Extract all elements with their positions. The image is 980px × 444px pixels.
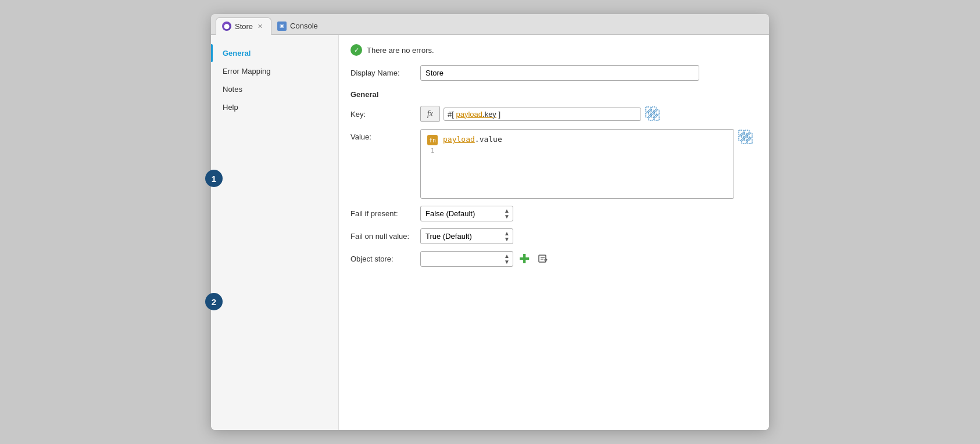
svg-rect-1 [652, 107, 656, 112]
object-store-row: Object store: ▲ ▼ ✚ [350, 251, 757, 267]
display-name-input[interactable] [420, 65, 699, 81]
svg-rect-4 [649, 110, 653, 114]
key-bracket-open: #[ [448, 110, 456, 119]
value-label: Value: [350, 129, 414, 141]
display-name-section: Display Name: [350, 65, 757, 81]
fail-if-present-row: Fail if present: False (Default) ▲ ▼ [350, 206, 757, 221]
status-bar: ✓ There are no errors. [350, 44, 757, 56]
tab-console[interactable]: ▣ Console [271, 17, 326, 34]
fail-on-null-select[interactable]: True (Default) [420, 228, 513, 244]
sidebar-item-general[interactable]: General [211, 44, 338, 62]
sidebar-help-label: Help [223, 103, 238, 112]
svg-rect-2 [646, 113, 650, 117]
section-general-title: General [350, 90, 757, 99]
display-name-label: Display Name: [350, 69, 414, 77]
value-map-icon[interactable] [738, 129, 754, 145]
object-store-select[interactable] [420, 251, 513, 267]
sidebar: General Error Mapping Notes Help [211, 35, 339, 430]
edit-object-store-button[interactable] [535, 252, 550, 267]
key-map-icon[interactable] [645, 106, 661, 122]
value-value-text: value [480, 135, 502, 144]
value-line-icon: fn [427, 134, 438, 146]
tab-close-button[interactable]: ✕ [257, 23, 263, 30]
annotation-1: 1 [205, 170, 223, 187]
value-editor[interactable]: fn 1 payload.value [420, 129, 734, 199]
sidebar-item-notes[interactable]: Notes [211, 80, 338, 98]
svg-rect-5 [654, 110, 659, 114]
tab-console-label: Console [290, 22, 318, 30]
key-row: Key: fx #[ payload.key ] [350, 106, 757, 122]
store-tab-icon: ⬤ [222, 22, 231, 31]
value-gutter: fn 1 [427, 133, 438, 155]
tab-store[interactable]: ⬤ Store ✕ [216, 17, 271, 35]
fail-if-present-select-wrapper: False (Default) ▲ ▼ [420, 206, 513, 221]
svg-rect-13 [745, 136, 749, 141]
sidebar-error-mapping-label: Error Mapping [223, 67, 270, 76]
status-text: There are no errors. [367, 46, 434, 55]
plus-icon: ✚ [519, 253, 530, 266]
object-store-label: Object store: [350, 255, 414, 263]
svg-rect-15 [747, 133, 752, 138]
edit-icon [538, 254, 548, 264]
value-field-wrapper: fn 1 payload.value [420, 129, 757, 199]
svg-rect-16 [742, 139, 746, 144]
content-area: General Error Mapping Notes Help ✓ There… [211, 35, 769, 430]
svg-rect-0 [646, 107, 650, 112]
fail-on-null-select-wrapper: True (Default) ▲ ▼ [420, 228, 513, 244]
fx-button[interactable]: fx [420, 106, 440, 122]
object-store-controls: ▲ ▼ ✚ [420, 251, 550, 267]
key-label: Key: [350, 110, 414, 119]
key-input-wrapper: #[ payload.key ] [443, 108, 641, 121]
svg-rect-3 [652, 113, 656, 117]
svg-rect-10 [739, 130, 743, 135]
sidebar-item-help[interactable]: Help [211, 98, 338, 116]
fail-if-present-select[interactable]: False (Default) [420, 206, 513, 221]
sidebar-item-error-mapping[interactable]: Error Mapping [211, 62, 338, 80]
sidebar-general-label: General [223, 49, 251, 58]
key-value-text: payload.key [456, 110, 496, 119]
svg-rect-12 [739, 136, 743, 141]
svg-rect-18 [539, 255, 546, 262]
tab-bar: ⬤ Store ✕ ▣ Console [211, 14, 769, 35]
svg-rect-14 [742, 133, 746, 138]
annotation-2: 2 [205, 293, 223, 310]
line-number: 1 [431, 147, 435, 155]
svg-rect-6 [649, 116, 653, 120]
display-name-row: Display Name: [350, 65, 757, 81]
sidebar-notes-label: Notes [223, 85, 242, 94]
svg-rect-17 [747, 139, 752, 144]
status-icon: ✓ [350, 44, 362, 56]
key-field-wrapper: fx #[ payload.key ] [420, 106, 757, 122]
object-store-select-wrapper: ▲ ▼ [420, 251, 513, 267]
add-object-store-button[interactable]: ✚ [517, 252, 532, 267]
value-code-area: fn 1 payload.value [424, 133, 502, 195]
key-bracket-close: ] [496, 110, 500, 119]
svg-rect-11 [745, 130, 749, 135]
fail-on-null-row: Fail on null value: True (Default) ▲ ▼ [350, 228, 757, 244]
tab-store-label: Store [235, 22, 253, 31]
console-tab-icon: ▣ [277, 22, 287, 31]
value-payload-text: payload [443, 135, 475, 144]
fail-if-present-label: Fail if present: [350, 209, 414, 218]
svg-text:fn: fn [429, 137, 436, 144]
fail-on-null-label: Fail on null value: [350, 232, 414, 241]
main-window: ⬤ Store ✕ ▣ Console General Error Mappin… [211, 14, 769, 430]
main-content-panel: ✓ There are no errors. Display Name: Gen… [339, 35, 769, 430]
svg-rect-7 [654, 116, 659, 120]
value-row: Value: fn 1 [350, 129, 757, 199]
